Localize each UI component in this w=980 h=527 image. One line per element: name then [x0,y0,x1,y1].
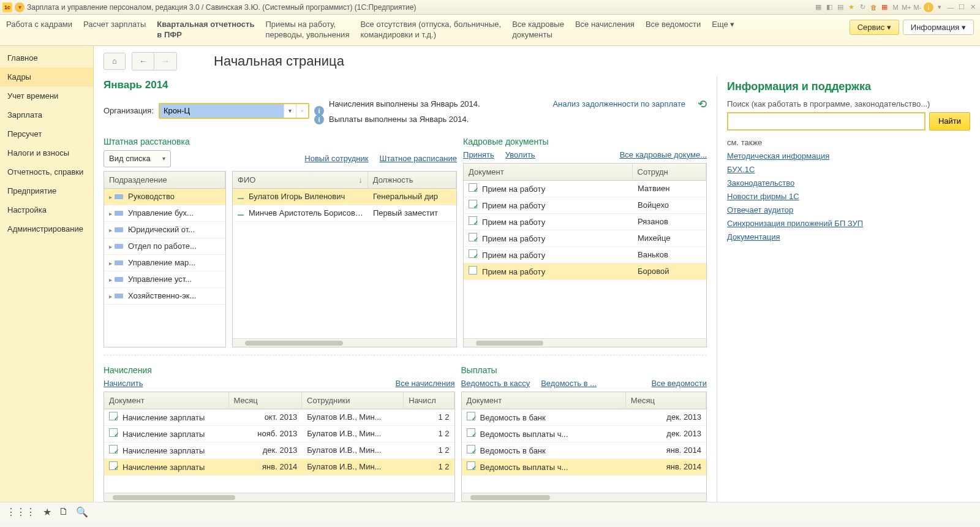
tree-header[interactable]: Подразделение [104,172,225,188]
find-button[interactable]: Найти [929,112,970,131]
info-button[interactable]: Информация ▾ [903,20,974,35]
menubar-item-4[interactable]: Все отсутствия (отпуска, больничные,кома… [360,20,501,40]
tree-row[interactable]: ▸Руководство [104,189,225,205]
maximize-icon[interactable]: ☐ [957,2,967,12]
hr-row[interactable]: Прием на работуМихейце [464,230,706,247]
hr-row[interactable]: Прием на работуРязанов [464,214,706,230]
hr-row[interactable]: Прием на работуБоровой [464,264,706,280]
info-link[interactable]: Новости фирмы 1С [727,192,970,201]
sidebar-item-reports[interactable]: Отчетность, справки [0,162,93,181]
pay-link-1[interactable]: Ведомость в кассу [461,379,530,388]
tree-row[interactable]: ▸Хозяйственно-эк... [104,288,225,305]
hr-header-doc[interactable]: Документ [464,164,633,180]
sidebar-item-salary[interactable]: Зарплата [0,105,93,124]
favorite-icon[interactable]: ★ [43,506,51,518]
sidebar-item-time[interactable]: Учет времени [0,86,93,105]
tree-row[interactable]: ▸Отдел по работе... [104,238,225,255]
org-open-icon[interactable]: ▫ [296,104,308,118]
minimize-icon[interactable]: — [946,2,956,12]
trash-icon[interactable]: 🗑 [869,2,878,12]
emp-header-fio[interactable]: ФИО↓ [233,172,368,188]
tree-row[interactable]: ▸Управление уст... [104,271,225,288]
forward-button[interactable]: → [154,53,176,70]
hr-row[interactable]: Прием на работуМатвиен [464,181,706,197]
new-employee-link[interactable]: Новый сотрудник [304,154,368,163]
sidebar-item-settings[interactable]: Настройка [0,200,93,219]
toolbar-icon-2[interactable]: ◧ [824,2,834,12]
accr-all-link[interactable]: Все начисления [396,379,455,388]
accr-calc-link[interactable]: Начислить [104,379,143,388]
sidebar-item-pers[interactable]: Персучет [0,124,93,143]
pay-row[interactable]: Ведомость в банкдек. 2013 [462,409,706,426]
m-minus-icon[interactable]: M- [913,2,922,12]
menubar-item-6[interactable]: Все начисления [575,20,635,30]
back-button[interactable]: ← [132,53,154,70]
hire-link[interactable]: Принять [463,150,494,159]
accr-h1[interactable]: Документ [104,392,229,409]
sidebar-item-company[interactable]: Предприятие [0,181,93,200]
toolbar-icon-1[interactable]: ▦ [813,2,823,12]
all-hr-link[interactable]: Все кадровые докуме... [620,150,707,159]
emp-row[interactable]: Булатов Игорь ВиленовичГенеральный дир [233,189,456,205]
caret-icon[interactable]: ▾ [935,2,944,12]
home-button[interactable]: ⌂ [104,53,126,70]
info-link[interactable]: Методическая информация [727,151,970,161]
hr-header-emp[interactable]: Сотрудн [633,164,706,180]
accr-hscroll[interactable] [104,493,454,501]
hr-row[interactable]: Прием на работуВойцехо [464,197,706,214]
info-link[interactable]: Документация [727,232,970,241]
org-dropdown-icon[interactable]: ▾ [284,104,296,118]
pay-row[interactable]: Ведомость в банкянв. 2014 [462,442,706,459]
menubar-item-8[interactable]: Еще ▾ [712,20,734,30]
menubar-item-0[interactable]: Работа с кадрами [6,20,72,30]
tree-row[interactable]: ▸Управление мар... [104,255,225,271]
pay-hscroll[interactable] [462,493,706,501]
menubar-item-3[interactable]: Приемы на работу,переводы, увольнения [265,20,349,40]
calendar-icon[interactable]: ▦ [880,2,889,12]
menubar-item-7[interactable]: Все ведомости [646,20,701,30]
menubar-item-5[interactable]: Все кадровыедокументы [512,20,564,40]
star-icon[interactable]: ★ [846,2,856,12]
sidebar-item-admin[interactable]: Администрирование [0,219,93,238]
menubar-item-2[interactable]: Квартальная отчетностьв ПФР [157,20,254,40]
dropdown-icon[interactable]: ▾ [15,2,24,12]
sidebar-item-hr[interactable]: Кадры [0,67,93,86]
pay-h1[interactable]: Документ [462,392,626,409]
debt-link[interactable]: Анализ задолженности по зарплате [552,99,685,108]
tree-row[interactable]: ▸Управление бух... [104,205,225,222]
tree-row[interactable]: ▸Юридический от... [104,222,225,238]
sidebar-item-tax[interactable]: Налоги и взносы [0,143,93,162]
hr-hscroll[interactable] [464,338,706,347]
emp-hscroll[interactable] [233,338,456,347]
pay-row[interactable]: Ведомость выплаты ч...янв. 2014 [462,459,706,476]
menubar-item-1[interactable]: Расчет зарплаты [83,20,146,30]
accr-row[interactable]: Начисление зарплатыокт. 2013Булатов И.В.… [104,409,454,426]
clipboard-icon[interactable]: 🗋 [59,506,69,517]
emp-header-pos[interactable]: Должность [368,172,456,188]
toolbar-icon-3[interactable]: ▤ [835,2,845,12]
apps-icon[interactable]: ⋮⋮⋮ [6,506,36,518]
hr-row[interactable]: Прием на работуВаньков [464,247,706,264]
sidebar-item-main[interactable]: Главное [0,48,93,67]
accr-row[interactable]: Начисление зарплатыдек. 2013Булатов И.В.… [104,442,454,459]
refresh-icon[interactable]: ⟲ [698,97,707,111]
accr-row[interactable]: Начисление зарплатыянв. 2014Булатов И.В.… [104,459,454,476]
fire-link[interactable]: Уволить [505,150,535,159]
search-input[interactable] [728,113,924,129]
info-link[interactable]: БУХ.1С [727,165,970,174]
pay-row[interactable]: Ведомость выплаты ч...дек. 2013 [462,426,706,442]
pay-h2[interactable]: Месяц [626,392,706,409]
accr-h3[interactable]: Сотрудники [302,392,404,409]
accr-h2[interactable]: Месяц [229,392,303,409]
staffing-sched-link[interactable]: Штатное расписание [380,154,458,163]
pay-link-3[interactable]: Все ведомости [652,379,707,388]
m-plus-icon[interactable]: M+ [902,2,911,12]
view-combo[interactable]: Вид списка▾ [104,150,171,167]
info-icon[interactable]: i [924,2,933,12]
history-icon[interactable]: ↻ [858,2,867,12]
info-link[interactable]: Отвечает аудитор [727,205,970,214]
org-input[interactable] [160,104,284,118]
close-icon[interactable]: ✕ [968,2,978,12]
accr-h4[interactable]: Начисл [404,392,454,409]
pay-link-2[interactable]: Ведомость в ... [541,379,597,388]
